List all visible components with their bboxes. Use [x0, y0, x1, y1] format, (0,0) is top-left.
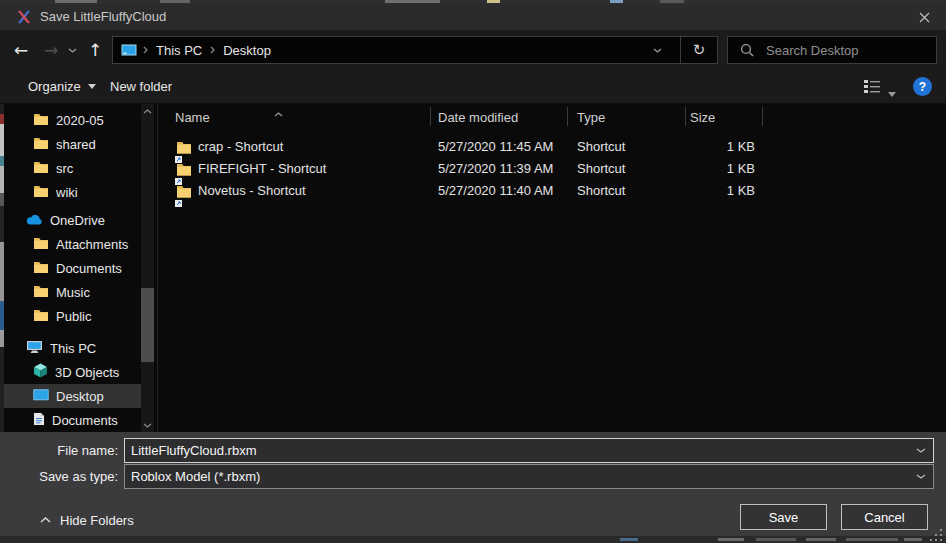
file-name: FIREFIGHT - Shortcut [198, 158, 326, 180]
view-options-caret[interactable] [888, 85, 896, 100]
breadcrumb-chevron-icon [143, 46, 148, 54]
file-row-crap-shortcut[interactable]: crap - Shortcut 5/27/2020 11:45 AM Short… [0, 136, 946, 158]
column-header-date-modified[interactable]: Date modified [438, 104, 518, 130]
file-type: Shortcut [577, 180, 681, 202]
sidebar-item-public[interactable]: Public [4, 304, 141, 328]
chevron-up-icon [40, 517, 51, 523]
column-divider[interactable] [762, 107, 763, 126]
cancel-button[interactable]: Cancel [841, 504, 928, 530]
file-size: 1 KB [677, 180, 755, 202]
file-date: 5/27/2020 11:40 AM [438, 180, 570, 202]
up-icon: ↑ [88, 40, 102, 60]
sidebar-item-label: Documents [56, 261, 122, 276]
folder-shortcut-icon [176, 162, 192, 176]
scroll-down-button[interactable] [141, 418, 154, 432]
sidebar-item-documents[interactable]: Documents [4, 408, 141, 432]
sidebar-item-2020-05[interactable]: 2020-05 [4, 108, 141, 132]
folder-icon [33, 236, 49, 252]
scrollbar-thumb[interactable] [141, 288, 154, 362]
hide-folders-label: Hide Folders [60, 513, 134, 528]
up-button[interactable]: ↑ [82, 38, 108, 62]
file-name: Novetus - Shortcut [198, 180, 306, 202]
save-as-type-label: Save as type: [0, 464, 118, 489]
column-divider[interactable] [685, 107, 686, 126]
details-view-icon [864, 79, 880, 94]
sidebar-item-desktop[interactable]: Desktop [4, 384, 141, 408]
file-date: 5/27/2020 11:39 AM [438, 158, 570, 180]
back-button[interactable]: ← [8, 38, 34, 62]
file-row-firefight-shortcut[interactable]: FIREFIGHT - Shortcut 5/27/2020 11:39 AM … [0, 158, 946, 180]
sidebar-item-label: 3D Objects [55, 365, 119, 380]
search-input[interactable] [764, 42, 918, 59]
sidebar-item-music[interactable]: Music [4, 280, 141, 304]
file-size: 1 KB [677, 158, 755, 180]
file-name-combobox [124, 438, 934, 463]
resize-grip[interactable] [929, 528, 944, 542]
folder-icon [33, 112, 49, 128]
help-button[interactable]: ? [913, 77, 932, 96]
sidebar-item-label: Attachments [56, 237, 128, 252]
sidebar-item-label: 2020-05 [56, 113, 104, 128]
file-size: 1 KB [677, 136, 755, 158]
caret-down-icon [888, 92, 896, 97]
sidebar-item-onedrive[interactable]: OneDrive [4, 208, 141, 232]
file-type: Shortcut [577, 136, 681, 158]
sidebar-item-label: This PC [50, 341, 96, 356]
sort-ascending-icon [274, 105, 283, 120]
new-folder-label: New folder [110, 79, 172, 94]
scroll-up-button[interactable] [141, 104, 154, 118]
refresh-button[interactable]: ↻ [681, 37, 717, 63]
caret-down-icon [88, 84, 96, 89]
forward-button[interactable]: → [38, 38, 64, 62]
sidebar-item-label: Documents [52, 413, 118, 428]
this-pc-icon [121, 44, 137, 57]
column-header-type[interactable]: Type [577, 104, 605, 130]
chevron-down-icon [653, 48, 662, 53]
recent-locations-button[interactable] [63, 38, 81, 62]
folder-shortcut-icon [176, 184, 192, 198]
column-divider[interactable] [567, 107, 568, 126]
novetus-app-icon [16, 9, 32, 28]
search-icon [740, 43, 754, 57]
breadcrumb-this-pc[interactable]: This PC [154, 43, 204, 58]
chevron-down-icon [68, 48, 77, 53]
address-bar[interactable]: This PC Desktop ↻ [112, 36, 718, 64]
help-icon: ? [919, 80, 926, 94]
file-name-input[interactable] [125, 442, 916, 459]
command-bar: Organize New folder ? [0, 70, 946, 104]
cube-icon [33, 363, 48, 381]
new-folder-button[interactable]: New folder [110, 70, 172, 103]
breadcrumb-desktop[interactable]: Desktop [221, 43, 273, 58]
chevron-down-icon [916, 448, 926, 453]
save-as-type-dropdown-button[interactable] [916, 474, 926, 479]
save-button[interactable]: Save [740, 504, 827, 530]
sidebar-item-3d-objects[interactable]: 3D Objects [4, 360, 141, 384]
sidebar-item-attachments[interactable]: Attachments [4, 232, 141, 256]
file-name-dropdown-button[interactable] [916, 448, 926, 453]
cancel-button-label: Cancel [864, 510, 904, 525]
sidebar-item-label: OneDrive [50, 213, 105, 228]
chevron-up-icon [143, 109, 152, 114]
close-button[interactable] [902, 4, 946, 30]
folder-icon [33, 308, 49, 324]
sidebar-item-documents-onedrive[interactable]: Documents [4, 256, 141, 280]
hide-folders-button[interactable]: Hide Folders [40, 508, 134, 532]
dialog-title: Save LittleFluffyCloud [40, 4, 166, 30]
save-as-type-select[interactable]: Roblox Model (*.rbxm) [124, 464, 934, 489]
background-app-sliver [0, 536, 946, 543]
column-divider[interactable] [430, 107, 431, 126]
column-header-size[interactable]: Size [690, 104, 715, 130]
sidebar-item-label: Desktop [56, 389, 104, 404]
address-dropdown-button[interactable] [643, 48, 672, 53]
forward-icon: → [44, 40, 58, 60]
file-row-novetus-shortcut[interactable]: Novetus - Shortcut 5/27/2020 11:40 AM Sh… [0, 180, 946, 202]
close-icon [919, 12, 930, 23]
details-view-button[interactable] [864, 79, 880, 94]
sidebar-item-this-pc[interactable]: This PC [4, 336, 141, 360]
search-box[interactable] [727, 36, 937, 64]
file-name: crap - Shortcut [198, 136, 283, 158]
document-icon [33, 412, 45, 429]
organize-button[interactable]: Organize [28, 70, 96, 103]
onedrive-cloud-icon [26, 213, 43, 228]
column-header-name[interactable]: Name [175, 104, 210, 130]
